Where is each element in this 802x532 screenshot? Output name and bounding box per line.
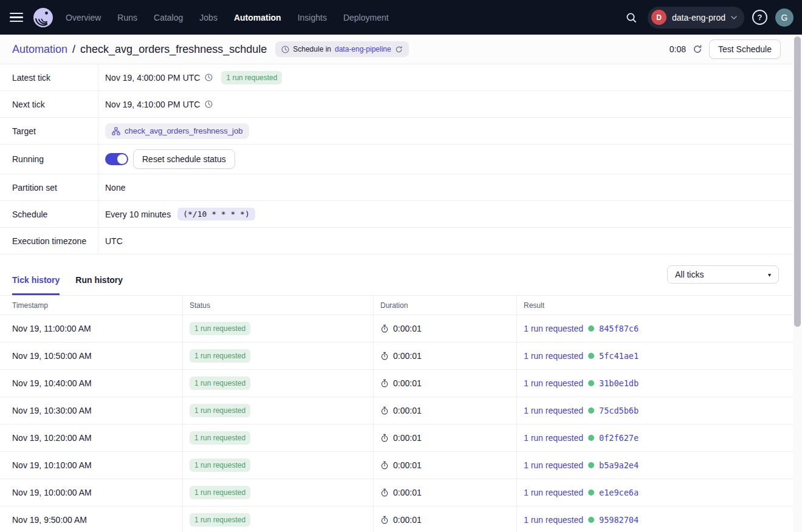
- nav-item-runs[interactable]: Runs: [117, 13, 137, 22]
- tab-run-history[interactable]: Run history: [75, 275, 123, 295]
- tick-row[interactable]: Nov 19, 10:10:00 AM 1 run requested 0:00…: [0, 452, 793, 479]
- timezone-text: UTC: [105, 236, 123, 246]
- tick-timestamp: Nov 19, 10:50:00 AM: [12, 351, 92, 361]
- search-icon[interactable]: [623, 9, 640, 26]
- latest-tick-value-cell: Nov 19, 4:00:00 PM UTC 1 run requested: [98, 64, 282, 90]
- run-id-link[interactable]: 75cd5b6b: [599, 406, 639, 415]
- help-icon[interactable]: ?: [752, 10, 767, 25]
- page-title: check_avg_orders_freshness_schdule: [80, 43, 267, 56]
- run-id-link[interactable]: b5a9a2e4: [599, 460, 639, 470]
- nav-item-automation[interactable]: Automation: [234, 13, 281, 22]
- run-status-dot: [588, 462, 594, 468]
- partition-set-label: Partition set: [0, 174, 98, 200]
- nav-item-catalog[interactable]: Catalog: [154, 13, 183, 22]
- nav-item-jobs[interactable]: Jobs: [199, 13, 218, 22]
- tick-result-cell: 1 run requested 95982704: [516, 506, 793, 532]
- tick-result-cell: 1 run requested 5fc41ae1: [516, 343, 793, 369]
- test-schedule-button[interactable]: Test Schedule: [709, 39, 781, 59]
- detail-row-schedule: Schedule Every 10 minutes (*/10 * * * *): [0, 201, 793, 228]
- target-value-cell: check_avg_orders_freshness_job: [98, 118, 249, 144]
- tick-duration-cell: 0:00:01: [373, 397, 516, 424]
- run-id-link[interactable]: 845f87c6: [599, 324, 639, 333]
- reload-icon[interactable]: [395, 46, 403, 53]
- nav-links: Overview Runs Catalog Jobs Automation In…: [66, 13, 389, 22]
- target-job-badge[interactable]: check_avg_orders_freshness_job: [105, 123, 249, 139]
- tick-status-badge: 1 run requested: [190, 349, 250, 363]
- chevron-down-icon: [731, 16, 737, 19]
- run-id-link[interactable]: 0f2f627e: [599, 433, 639, 443]
- refresh-icon[interactable]: [693, 44, 702, 54]
- tick-row[interactable]: Nov 19, 10:20:00 AM 1 run requested 0:00…: [0, 425, 793, 452]
- run-id-link[interactable]: 95982704: [599, 515, 639, 525]
- col-header-timestamp: Timestamp: [0, 296, 182, 315]
- tick-status-badge: 1 run requested: [190, 322, 250, 335]
- tick-duration: 0:00:01: [393, 460, 422, 470]
- tick-result-link[interactable]: 1 run requested: [524, 378, 583, 388]
- latest-tick-status-badge: 1 run requested: [221, 71, 282, 84]
- tick-timestamp-cell: Nov 19, 10:50:00 AM: [0, 343, 182, 369]
- schedule-text: Every 10 minutes: [105, 210, 171, 219]
- col-header-duration: Duration: [373, 296, 516, 315]
- tick-result-link[interactable]: 1 run requested: [524, 324, 583, 333]
- tick-table-body: Nov 19, 11:00:00 AM 1 run requested 0:00…: [0, 315, 793, 532]
- vertical-scrollbar[interactable]: [793, 35, 802, 532]
- tick-result-link[interactable]: 1 run requested: [524, 460, 583, 470]
- run-id-link[interactable]: 5fc41ae1: [599, 351, 639, 361]
- breadcrumb-automation-link[interactable]: Automation: [12, 43, 67, 56]
- running-toggle[interactable]: [105, 153, 128, 165]
- schedule-value-cell: Every 10 minutes (*/10 * * * *): [98, 201, 255, 227]
- tick-result-link[interactable]: 1 run requested: [524, 515, 583, 525]
- tick-result-link[interactable]: 1 run requested: [524, 433, 583, 443]
- nav-item-insights[interactable]: Insights: [298, 13, 327, 22]
- tick-row[interactable]: Nov 19, 11:00:00 AM 1 run requested 0:00…: [0, 315, 793, 343]
- tick-row[interactable]: Nov 19, 10:00:00 AM 1 run requested 0:00…: [0, 479, 793, 506]
- run-status-dot: [588, 517, 594, 523]
- scrollbar-thumb[interactable]: [794, 36, 801, 327]
- hamburger-menu-icon[interactable]: [10, 13, 23, 22]
- detail-row-timezone: Execution timezone UTC: [0, 228, 793, 254]
- tick-status-cell: 1 run requested: [182, 315, 373, 342]
- tick-result-link[interactable]: 1 run requested: [524, 406, 583, 415]
- run-status-dot: [588, 380, 594, 386]
- page-header: Automation / check_avg_orders_freshness_…: [0, 35, 793, 64]
- tick-timestamp-cell: Nov 19, 9:50:00 AM: [0, 506, 182, 532]
- nav-item-deployment[interactable]: Deployment: [343, 13, 389, 22]
- run-id-link[interactable]: e1e9ce6a: [599, 488, 639, 497]
- tick-duration-cell: 0:00:01: [373, 425, 516, 451]
- tick-duration: 0:00:01: [393, 488, 422, 497]
- detail-row-target: Target check_avg_orders_freshness_job: [0, 118, 793, 145]
- run-id-link[interactable]: 31b0e1db: [599, 378, 639, 388]
- latest-tick-timestamp: Nov 19, 4:00:00 PM UTC: [105, 73, 200, 83]
- tick-timestamp: Nov 19, 9:50:00 AM: [12, 515, 87, 525]
- tick-timestamp: Nov 19, 11:00:00 AM: [12, 324, 91, 333]
- tab-tick-history[interactable]: Tick history: [12, 275, 60, 295]
- tick-table-header: Timestamp Status Duration Result: [0, 295, 793, 315]
- target-job-link[interactable]: check_avg_orders_freshness_job: [125, 126, 242, 135]
- running-label: Running: [0, 145, 98, 174]
- dagster-logo[interactable]: [32, 6, 55, 29]
- tick-result-link[interactable]: 1 run requested: [524, 488, 583, 497]
- tick-duration-cell: 0:00:01: [373, 479, 516, 506]
- deployment-name: data-eng-prod: [672, 13, 725, 22]
- latest-tick-label: Latest tick: [0, 64, 98, 90]
- tick-status-badge: 1 run requested: [190, 459, 250, 472]
- nav-item-overview[interactable]: Overview: [66, 13, 101, 22]
- deployment-switcher[interactable]: D data-eng-prod: [648, 7, 744, 29]
- run-status-dot: [588, 408, 594, 414]
- top-nav: Overview Runs Catalog Jobs Automation In…: [0, 0, 802, 35]
- detail-row-running: Running Reset schedule status: [0, 145, 793, 174]
- header-right: 0:08 Test Schedule: [670, 39, 781, 59]
- tick-row[interactable]: Nov 19, 10:30:00 AM 1 run requested 0:00…: [0, 397, 793, 425]
- tick-duration: 0:00:01: [393, 324, 422, 333]
- tick-history-table: Timestamp Status Duration Result Nov 19,…: [0, 295, 793, 532]
- tick-duration-cell: 0:00:01: [373, 315, 516, 342]
- tick-row[interactable]: Nov 19, 10:50:00 AM 1 run requested 0:00…: [0, 343, 793, 370]
- tick-filter-select[interactable]: All ticks ▾: [667, 265, 779, 284]
- avatar[interactable]: G: [775, 9, 793, 27]
- tick-result-link[interactable]: 1 run requested: [524, 351, 583, 361]
- schedule-details: Latest tick Nov 19, 4:00:00 PM UTC 1 run…: [0, 64, 793, 254]
- tick-row[interactable]: Nov 19, 10:40:00 AM 1 run requested 0:00…: [0, 370, 793, 397]
- tick-row[interactable]: Nov 19, 9:50:00 AM 1 run requested 0:00:…: [0, 506, 793, 532]
- code-location-link[interactable]: data-eng-pipeline: [335, 45, 391, 53]
- reset-schedule-status-button[interactable]: Reset schedule status: [133, 149, 235, 169]
